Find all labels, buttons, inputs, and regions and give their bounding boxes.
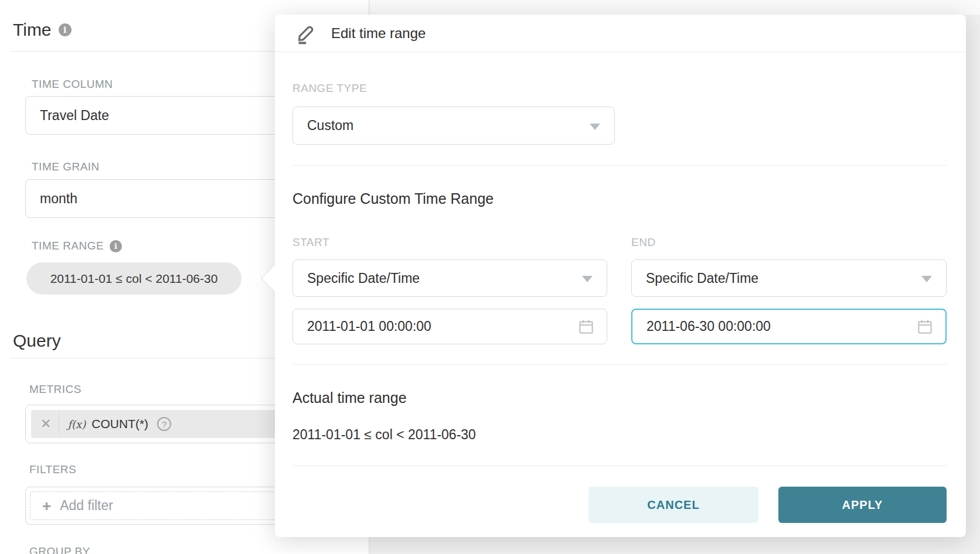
close-icon[interactable]: ✕ xyxy=(31,416,51,432)
caret-down-icon xyxy=(921,276,932,282)
modal-title: Edit time range xyxy=(331,25,426,42)
time-section-header: Time i xyxy=(13,20,72,39)
info-icon[interactable]: i xyxy=(59,23,72,36)
range-type-select[interactable]: Custom xyxy=(292,107,615,145)
function-icon: ƒ(x) xyxy=(67,418,86,430)
range-type-value: Custom xyxy=(307,118,353,134)
time-section-title: Time xyxy=(13,20,52,39)
configure-heading: Configure Custom Time Range xyxy=(292,190,494,207)
time-range-label: TIME RANGE xyxy=(32,240,104,252)
time-grain-label: TIME GRAIN xyxy=(32,160,100,173)
end-mode-value: Specific Date/Time xyxy=(646,271,758,286)
filters-label: FILTERS xyxy=(29,463,76,476)
calendar-icon[interactable] xyxy=(916,318,934,338)
time-grain-value: month xyxy=(40,191,77,207)
end-date-input[interactable]: 2011-06-30 00:00:00 xyxy=(631,309,947,344)
metric-name: COUNT(*) xyxy=(91,417,148,431)
start-date-input[interactable]: 2011-01-01 00:00:00 xyxy=(292,309,607,344)
calendar-icon[interactable] xyxy=(577,318,595,338)
help-icon-glyph: ? xyxy=(162,419,166,429)
actual-range-heading: Actual time range xyxy=(292,389,407,406)
time-range-pill-text: 2011-01-01 ≤ col < 2011-06-30 xyxy=(50,272,218,286)
query-section-title: Query xyxy=(13,331,61,350)
start-mode-select[interactable]: Specific Date/Time xyxy=(292,259,607,297)
end-date-value: 2011-06-30 00:00:00 xyxy=(646,319,771,334)
time-column-label: TIME COLUMN xyxy=(32,78,113,91)
modal-footer-divider xyxy=(292,466,947,466)
caret-down-icon xyxy=(590,124,600,130)
end-label: END xyxy=(631,236,656,249)
time-column-value: Travel Date xyxy=(40,108,109,124)
time-range-pill[interactable]: 2011-01-01 ≤ col < 2011-06-30 xyxy=(26,262,241,295)
group-by-label: GROUP BY xyxy=(29,545,90,554)
info-icon[interactable]: i xyxy=(110,240,122,252)
metrics-label: METRICS xyxy=(29,383,81,396)
caret-down-icon xyxy=(582,276,593,282)
help-icon[interactable]: ? xyxy=(157,417,171,431)
modal-divider xyxy=(292,165,947,166)
apply-button[interactable]: APPLY xyxy=(778,487,947,523)
edit-time-range-modal: Edit time range RANGE TYPE Custom Config… xyxy=(275,15,966,537)
info-icon-glyph: i xyxy=(63,25,66,35)
modal-divider xyxy=(292,364,947,365)
explore-page: Time i TIME COLUMN Travel Date TIME GRAI… xyxy=(0,0,980,554)
end-mode-select[interactable]: Specific Date/Time xyxy=(631,259,947,297)
chart-area-background xyxy=(370,0,980,15)
edit-pencil-icon xyxy=(296,22,317,45)
add-filter-label: Add filter xyxy=(60,498,113,514)
cancel-button[interactable]: CANCEL xyxy=(588,487,758,523)
modal-header: Edit time range xyxy=(275,15,966,52)
info-icon-glyph: i xyxy=(114,242,117,251)
chip-separator xyxy=(59,413,59,435)
start-label: START xyxy=(292,236,329,249)
plus-icon: + xyxy=(42,498,51,514)
start-mode-value: Specific Date/Time xyxy=(307,271,420,286)
start-date-value: 2011-01-01 00:00:00 xyxy=(307,319,431,334)
time-range-label-row: TIME RANGE i xyxy=(32,240,122,252)
query-section-header: Query xyxy=(13,331,61,350)
range-type-label: RANGE TYPE xyxy=(292,82,367,95)
actual-range-value: 2011-01-01 ≤ col < 2011-06-30 xyxy=(292,427,476,443)
